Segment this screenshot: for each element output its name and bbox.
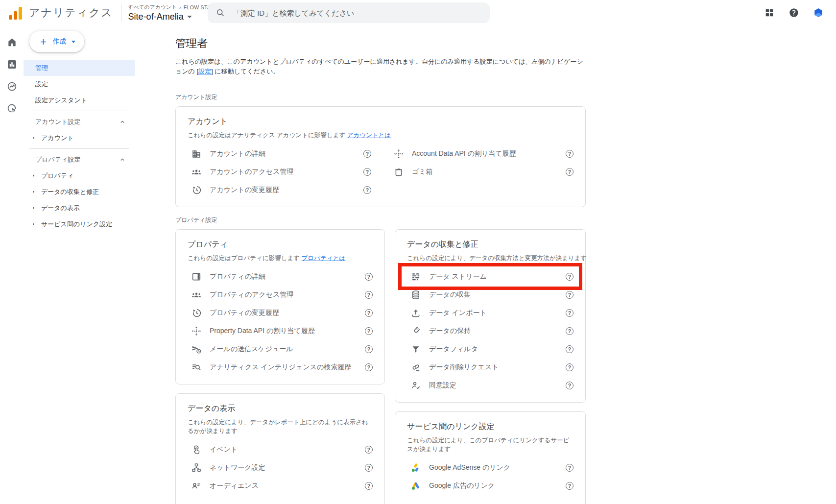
settings-row[interactable]: Property Data API の割り当て履歴 [188, 322, 373, 340]
network-icon [191, 462, 202, 473]
help-icon[interactable] [365, 291, 373, 299]
settings-row[interactable]: データの保持 [407, 322, 573, 340]
help-icon[interactable] [365, 446, 373, 454]
section-label-property: プロパティ設定 [175, 216, 586, 224]
sidebar-item[interactable]: アカウント [24, 130, 135, 146]
sidebar-item[interactable]: 設定アシスタント [24, 92, 135, 108]
settings-row[interactable]: アカウントのアクセス管理 [188, 163, 371, 181]
apps-grid-button[interactable] [761, 4, 778, 22]
help-icon[interactable] [566, 273, 573, 281]
help-icon[interactable] [566, 382, 573, 389]
analytics-logo-icon[interactable] [9, 6, 22, 20]
help-icon[interactable] [566, 482, 573, 490]
help-icon[interactable] [566, 168, 573, 176]
building-icon [191, 148, 202, 159]
help-icon[interactable] [365, 327, 373, 335]
sidebar-group-header[interactable]: アカウント設定 [24, 114, 135, 130]
help-icon[interactable] [363, 150, 371, 158]
settings-row[interactable]: アカウントの変更履歴 [188, 181, 371, 199]
sidebar-item[interactable]: データの表示 [24, 200, 135, 216]
what-is-property-link[interactable]: プロパティとは [302, 255, 346, 262]
sidebar-item[interactable]: 設定 [24, 76, 135, 92]
settings-row-label: プロパティの詳細 [210, 272, 265, 281]
settings-row[interactable]: 同意設定 [407, 376, 573, 394]
expand-right-icon [31, 136, 36, 140]
data-streams-icon [410, 271, 421, 282]
explore-nav-button[interactable] [2, 76, 22, 96]
settings-row[interactable]: プロパティのアクセス管理 [188, 286, 373, 304]
sidebar-group-header[interactable]: プロパティ設定 [24, 151, 135, 168]
adsense-icon [410, 462, 421, 473]
property-details-icon [191, 271, 202, 282]
what-is-account-link[interactable]: アカウントとは [347, 132, 391, 139]
settings-row[interactable]: メールの送信スケジュール [188, 340, 373, 358]
settings-row[interactable]: Account Data API の割り当て履歴 [390, 144, 573, 163]
settings-row[interactable]: アナリティクス インテリジェンスの検索履歴 [188, 358, 373, 376]
help-icon[interactable] [566, 309, 573, 317]
expand-right-icon [31, 222, 36, 226]
sidebar-item[interactable]: 管理 [24, 60, 135, 76]
help-icon[interactable] [566, 327, 573, 335]
data-import-icon [410, 308, 421, 318]
home-nav-button[interactable] [2, 32, 22, 52]
create-button[interactable]: 作成 [29, 31, 84, 52]
help-button[interactable] [785, 4, 803, 22]
settings-row-label: アカウントの詳細 [210, 149, 265, 158]
account-name[interactable]: Site-of-Amelia [128, 12, 184, 22]
advertising-nav-button[interactable] [2, 98, 22, 118]
settings-row[interactable]: ゴミ箱 [390, 163, 573, 181]
settings-row[interactable]: ネットワーク設定 [188, 458, 373, 477]
settings-row[interactable]: アカウントの詳細 [188, 144, 371, 163]
trash-icon [393, 167, 404, 177]
help-icon[interactable] [365, 363, 373, 371]
help-icon[interactable] [365, 482, 373, 490]
help-icon[interactable] [365, 273, 373, 281]
sidebar-item[interactable]: プロパティ [24, 168, 135, 184]
help-icon[interactable] [363, 168, 371, 176]
help-icon[interactable] [566, 345, 573, 353]
settings-row[interactable]: データ ストリーム [407, 267, 573, 286]
reports-nav-button[interactable] [2, 54, 22, 74]
settings-row[interactable]: Google 広告のリンク [407, 477, 573, 495]
settings-row[interactable]: イベント [188, 440, 373, 458]
expand-right-icon [31, 190, 36, 194]
page-description: これらの設定は、このアカウントとプロパティのすべてのユーザーに適用されます。自分… [175, 57, 586, 76]
search-history-icon [191, 362, 202, 373]
card-title: データの収集と修正 [407, 240, 573, 250]
settings-row[interactable]: プロパティの詳細 [188, 267, 373, 286]
search-bar[interactable] [208, 2, 490, 23]
sidebar-item[interactable]: サービス間のリンク設定 [24, 216, 135, 232]
account-avatar[interactable] [810, 4, 827, 22]
search-input[interactable] [233, 9, 468, 17]
help-icon[interactable] [363, 186, 371, 194]
settings-row-label: データ ストリーム [429, 272, 487, 281]
sidebar-item[interactable]: データの収集と修正 [24, 184, 135, 200]
settings-row[interactable]: データ削除リクエスト [407, 358, 573, 376]
help-icon[interactable] [566, 150, 573, 158]
divider [175, 84, 586, 84]
chevron-down-icon [187, 16, 192, 18]
settings-link[interactable]: 設定 [198, 68, 211, 75]
apps-grid-icon [764, 7, 775, 18]
settings-row[interactable]: データの収集 [407, 286, 573, 304]
sidebar-divider [29, 111, 129, 111]
settings-row-label: データの保持 [429, 327, 471, 336]
section-label-account: アカウント設定 [175, 93, 586, 101]
help-icon[interactable] [566, 464, 573, 472]
settings-row[interactable]: データ インポート [407, 304, 573, 322]
property-card: プロパティ これらの設定はプロパティに影響します プロパティとは プロパティの詳… [175, 229, 385, 384]
page-title: 管理者 [175, 36, 586, 51]
help-icon[interactable] [365, 309, 373, 317]
settings-row[interactable]: データフィルタ [407, 340, 573, 358]
settings-row[interactable]: オーディエンス [188, 477, 373, 495]
card-title: データの表示 [188, 404, 373, 414]
expand-right-icon [31, 173, 36, 178]
breadcrumb[interactable]: すべてのアカウント › FLOW STATE Site-of-Amelia [128, 4, 217, 22]
help-icon[interactable] [365, 464, 373, 472]
help-icon[interactable] [365, 345, 373, 353]
settings-row[interactable]: プロパティの変更履歴 [188, 304, 373, 322]
settings-row[interactable]: Google AdSense のリンク [407, 458, 573, 477]
help-icon[interactable] [566, 363, 573, 371]
help-icon[interactable] [566, 291, 573, 299]
move-icon [393, 148, 404, 159]
